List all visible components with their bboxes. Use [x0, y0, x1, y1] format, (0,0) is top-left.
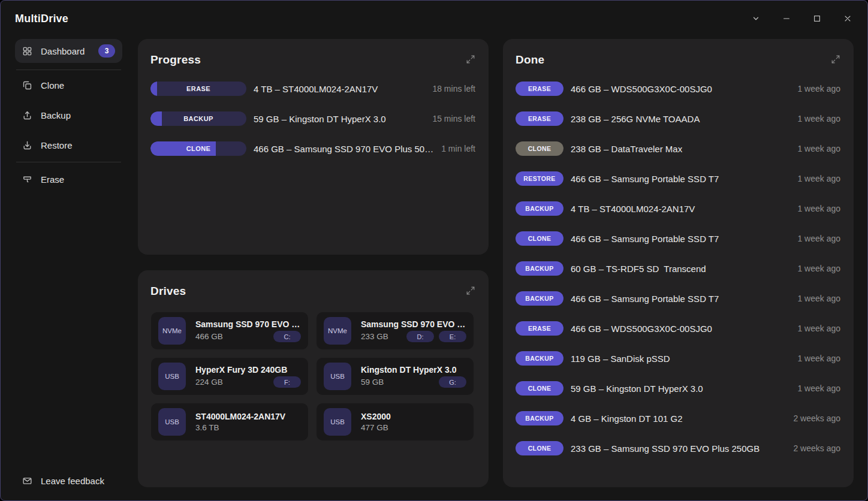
done-row: BACKUP 60 GB – TS-RDF5 SD Transcend 1 we…: [516, 261, 840, 276]
drive-name: 119 GB – SanDisk pSSD: [571, 354, 791, 364]
drive-card[interactable]: USB ST4000LM024-2AN17V 3.6 TB: [151, 403, 308, 440]
operation-badge: BACKUP: [516, 411, 563, 425]
drive-info: Kingston DT HyperX 3.0 59 GB G:: [361, 365, 466, 388]
operation-badge: CLONE: [516, 381, 563, 396]
completed-time: 1 week ago: [797, 264, 840, 273]
drive-name: 238 GB – DataTraveler Max: [571, 144, 791, 154]
done-panel: Done ERASE 466 GB – WDS500G3X0C-00SJG0 1…: [503, 39, 854, 487]
drive-letters: F:: [273, 376, 301, 388]
done-row: BACKUP 4 TB – ST4000LM024-2AN17V 1 week …: [516, 201, 840, 216]
minimize-icon[interactable]: [782, 14, 791, 23]
drive-letters: C:: [273, 331, 301, 342]
done-list: ERASE 466 GB – WDS500G3X0C-00SJG0 1 week…: [503, 69, 854, 455]
sidebar-item-label: Erase: [41, 174, 115, 185]
clone-copy-icon: [22, 80, 32, 90]
drive-name: 4 TB – ST4000LM024-2AN17V: [571, 204, 791, 214]
drive-type-badge: USB: [158, 408, 186, 436]
progress-row: ERASE 4 TB – ST4000LM024-2AN17V 18 mins …: [150, 82, 475, 96]
completed-time: 1 week ago: [797, 174, 840, 183]
drive-name: 60 GB – TS-RDF5 SD Transcend: [571, 264, 791, 274]
operation-badge: CLONE: [150, 141, 246, 156]
operation-badge: RESTORE: [516, 171, 563, 186]
drive-card[interactable]: USB HyperX Fury 3D 240GB 224 GB F:: [151, 358, 308, 395]
dashboard-grid-icon: [22, 46, 32, 56]
done-row: ERASE 466 GB – WDS500G3X0C-00SJG0 1 week…: [516, 82, 840, 96]
progress-list: ERASE 4 TB – ST4000LM024-2AN17V 18 mins …: [138, 69, 489, 156]
drive-name: Kingston DT HyperX 3.0: [361, 365, 466, 375]
envelope-icon: [22, 476, 32, 486]
sidebar-item-label: Clone: [41, 80, 115, 90]
drive-size: 59 GB: [361, 378, 439, 387]
drive-name: HyperX Fury 3D 240GB: [195, 365, 301, 375]
sidebar: Dashboard 3 Clone Backup Restore: [15, 39, 122, 500]
drive-type-badge: USB: [324, 408, 351, 436]
progress-bar: ERASE: [150, 82, 246, 96]
backup-upload-icon: [22, 110, 32, 120]
operation-badge: ERASE: [516, 82, 563, 96]
drive-name: 59 GB – Kingston DT HyperX 3.0: [254, 114, 426, 124]
time-left: 15 mins left: [432, 114, 475, 123]
drives-panel: Drives NVMe Samsung SSD 970 EVO Pl… 466 …: [138, 270, 489, 487]
operation-badge: ERASE: [516, 111, 563, 126]
expand-icon[interactable]: [466, 286, 475, 295]
drive-name: ST4000LM024-2AN17V: [195, 412, 301, 421]
drive-size: 466 GB: [195, 332, 273, 341]
drive-info: HyperX Fury 3D 240GB 224 GB F:: [195, 365, 301, 388]
leave-feedback-button[interactable]: Leave feedback: [22, 476, 104, 486]
completed-time: 1 week ago: [797, 204, 840, 213]
completed-time: 1 week ago: [797, 354, 840, 363]
operation-badge: CLONE: [516, 141, 563, 156]
drive-type-badge: NVMe: [158, 317, 186, 345]
sidebar-item-dashboard[interactable]: Dashboard 3: [15, 39, 122, 63]
sidebar-item-restore[interactable]: Restore: [15, 130, 122, 160]
operation-badge: BACKUP: [150, 111, 246, 126]
window-controls: [751, 1, 867, 37]
operation-badge: BACKUP: [516, 201, 563, 216]
drive-card[interactable]: NVMe Samsung SSD 970 EVO Pl… 233 GB D:E:: [317, 312, 474, 349]
progress-row: BACKUP 59 GB – Kingston DT HyperX 3.0 15…: [150, 111, 475, 126]
drive-size: 3.6 TB: [195, 423, 301, 432]
drive-name: 466 GB – Samsung Portable SSD T7: [571, 234, 791, 244]
operation-badge: ERASE: [516, 321, 563, 336]
done-row: CLONE 233 GB – Samsung SSD 970 EVO Plus …: [516, 441, 840, 455]
drive-name: 466 GB – Samsung Portable SSD T7: [571, 174, 791, 184]
drive-card[interactable]: USB Kingston DT HyperX 3.0 59 GB G:: [317, 358, 474, 395]
restore-download-icon: [22, 140, 32, 150]
sidebar-item-erase[interactable]: Erase: [15, 164, 122, 194]
done-row: BACKUP 119 GB – SanDisk pSSD 1 week ago: [516, 351, 840, 366]
drive-type-badge: USB: [324, 363, 351, 390]
app-window: MultiDrive Dashboard 3: [0, 0, 868, 501]
drive-letter-pill: D:: [406, 331, 434, 342]
erase-squeegee-icon: [22, 174, 32, 185]
drive-letter-pill: C:: [273, 331, 301, 342]
drive-size: 224 GB: [195, 378, 273, 387]
drive-card[interactable]: NVMe Samsung SSD 970 EVO Pl… 466 GB C:: [151, 312, 308, 349]
operation-badge: BACKUP: [516, 351, 563, 366]
done-row: BACKUP 466 GB – Samsung Portable SSD T7 …: [516, 291, 840, 306]
drive-card[interactable]: USB XS2000 477 GB: [317, 403, 474, 440]
done-row: ERASE 466 GB – WDS500G3X0C-00SJG0 1 week…: [516, 321, 840, 336]
drive-info: Samsung SSD 970 EVO Pl… 233 GB D:E:: [361, 319, 466, 342]
time-left: 1 min left: [441, 144, 475, 153]
drive-name: 466 GB – WDS500G3X0C-00SJG0: [571, 324, 791, 334]
completed-time: 1 week ago: [797, 384, 840, 393]
expand-icon[interactable]: [466, 55, 475, 64]
drive-name: 59 GB – Kingston DT HyperX 3.0: [571, 384, 791, 394]
drive-name: 4 TB – ST4000LM024-2AN17V: [254, 84, 426, 94]
completed-time: 1 week ago: [797, 324, 840, 333]
drive-type-badge: NVMe: [324, 317, 351, 345]
done-row: BACKUP 4 GB – Kingston DT 101 G2 2 weeks…: [516, 411, 840, 425]
chevron-down-icon[interactable]: [751, 14, 760, 23]
done-row: CLONE 466 GB – Samsung Portable SSD T7 1…: [516, 231, 840, 246]
drive-name: 466 GB – Samsung Portable SSD T7: [571, 294, 791, 304]
maximize-icon[interactable]: [812, 14, 821, 23]
time-left: 18 mins left: [432, 84, 475, 93]
expand-icon[interactable]: [831, 55, 840, 64]
sidebar-item-backup[interactable]: Backup: [15, 100, 122, 130]
completed-time: 1 week ago: [797, 234, 840, 243]
close-icon[interactable]: [843, 14, 852, 23]
progress-row: CLONE 466 GB – Samsung SSD 970 EVO Plus …: [150, 141, 475, 156]
drives-panel-title: Drives: [150, 285, 186, 298]
sidebar-item-clone[interactable]: Clone: [15, 70, 122, 100]
dashboard-count-badge: 3: [98, 44, 115, 58]
